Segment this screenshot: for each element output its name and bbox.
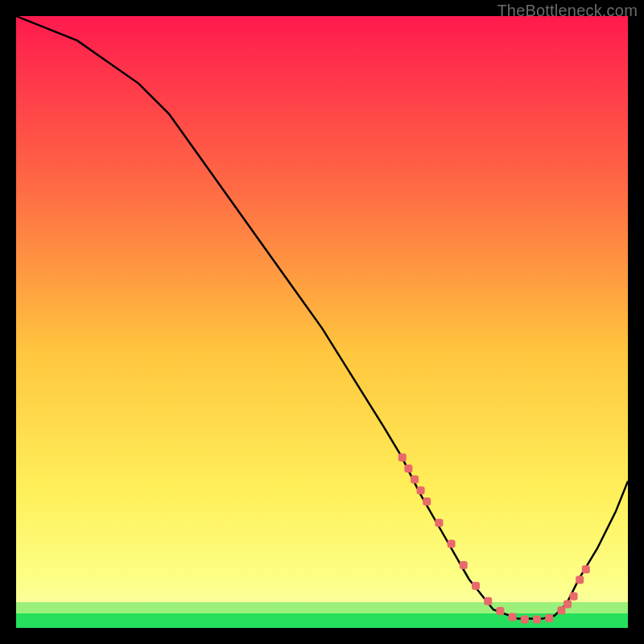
green-band-fade bbox=[16, 602, 628, 613]
curve-dot bbox=[509, 613, 517, 621]
curve-dot bbox=[417, 486, 425, 494]
curve-dot bbox=[435, 519, 443, 527]
watermark-label: TheBottleneck.com bbox=[497, 2, 638, 20]
curve-dot bbox=[521, 616, 529, 624]
curve-dot bbox=[484, 597, 492, 605]
curve-dot bbox=[404, 464, 412, 473]
gradient-background bbox=[16, 16, 628, 628]
curve-dot bbox=[576, 576, 584, 584]
curve-dot bbox=[448, 539, 456, 547]
curve-dot bbox=[460, 561, 468, 569]
curve-dot bbox=[545, 614, 553, 622]
chart-plot bbox=[16, 16, 628, 628]
chart-container: TheBottleneck.com bbox=[0, 0, 644, 644]
curve-dot bbox=[423, 497, 431, 506]
curve-dot bbox=[411, 476, 419, 484]
curve-dot bbox=[398, 453, 407, 461]
curve-dot bbox=[496, 607, 504, 615]
curve-dot bbox=[564, 601, 572, 609]
curve-dot bbox=[472, 582, 480, 590]
curve-dot bbox=[582, 565, 590, 573]
curve-dot bbox=[570, 592, 578, 601]
curve-dot bbox=[533, 616, 541, 624]
